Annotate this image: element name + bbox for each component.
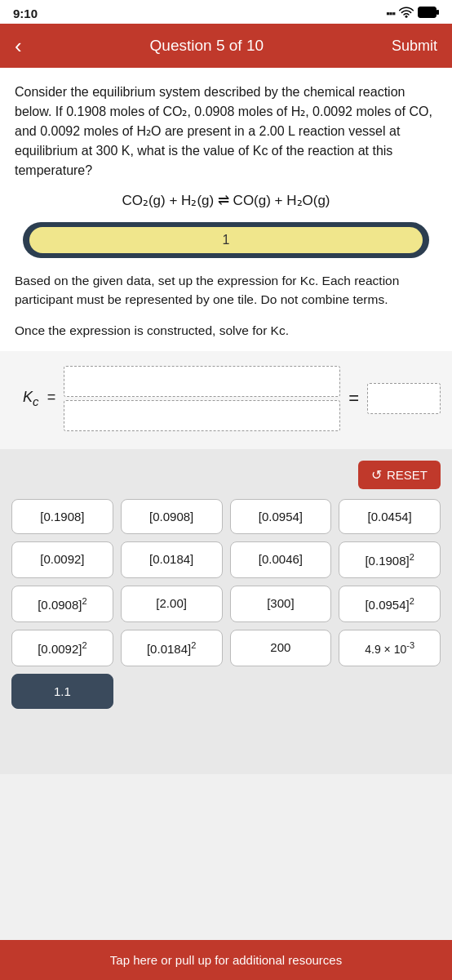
kc-equals-sign: = bbox=[348, 388, 359, 409]
signal-icon: ▪▪▪ bbox=[386, 7, 395, 20]
tile-00092-sq[interactable]: [0.0092]2 bbox=[11, 630, 113, 666]
kc-expression-section: Kc = = bbox=[0, 351, 452, 449]
instruction-1: Based on the given data, set up the expr… bbox=[15, 271, 437, 310]
svg-rect-1 bbox=[436, 10, 439, 15]
kc-label: Kc = bbox=[11, 389, 55, 408]
tile-00092[interactable]: [0.0092] bbox=[11, 541, 113, 578]
main-content: Consider the equilibrium system describe… bbox=[0, 68, 452, 449]
reset-row: ↺ RESET bbox=[11, 461, 441, 489]
bottom-bar[interactable]: Tap here or pull up for additional resou… bbox=[0, 940, 452, 980]
battery-icon bbox=[418, 7, 439, 20]
tile-00908[interactable]: [0.0908] bbox=[121, 499, 223, 534]
reset-label: RESET bbox=[387, 468, 428, 482]
tile-00046[interactable]: [0.0046] bbox=[230, 541, 332, 578]
reset-icon: ↺ bbox=[371, 467, 382, 483]
tile-plain-200[interactable]: 200 bbox=[230, 630, 332, 666]
status-bar: 9:10 ▪▪▪ bbox=[0, 0, 452, 24]
tile-01908-sq[interactable]: [0.1908]2 bbox=[339, 541, 441, 578]
tile-00954[interactable]: [0.0954] bbox=[230, 499, 332, 534]
tile-4-9e-3[interactable]: 4.9 × 10-3 bbox=[339, 630, 441, 666]
wifi-icon bbox=[399, 7, 414, 20]
chemical-equation: CO₂(g) + H₂(g) ⇌ CO(g) + H₂O(g) bbox=[15, 192, 437, 209]
question-text: Consider the equilibrium system describe… bbox=[15, 82, 437, 180]
tile-00954-sq[interactable]: [0.0954]2 bbox=[339, 586, 441, 622]
tile-200[interactable]: [2.00] bbox=[121, 586, 223, 622]
kc-denominator-box[interactable] bbox=[64, 400, 340, 431]
kc-fraction[interactable] bbox=[64, 366, 340, 431]
tile-300[interactable]: [300] bbox=[230, 586, 332, 622]
kc-result-box[interactable] bbox=[367, 383, 441, 414]
question-progress: Question 5 of 10 bbox=[150, 37, 264, 55]
back-button[interactable]: ‹ bbox=[15, 35, 22, 56]
kc-numerator-box[interactable] bbox=[64, 366, 340, 397]
slider-pill: 1 bbox=[29, 227, 423, 253]
tile-00908-sq[interactable]: [0.0908]2 bbox=[11, 586, 113, 622]
header: ‹ Question 5 of 10 Submit bbox=[0, 24, 452, 68]
reset-button[interactable]: ↺ RESET bbox=[358, 461, 441, 489]
slider-value: 1 bbox=[223, 233, 230, 247]
tile-1-1[interactable]: 1.1 bbox=[11, 674, 113, 709]
tiles-section: ↺ RESET [0.1908] [0.0908] [0.0954] [0.04… bbox=[0, 449, 452, 725]
tile-00454[interactable]: [0.0454] bbox=[339, 499, 441, 534]
status-icons: ▪▪▪ bbox=[386, 7, 439, 20]
instruction-2: Once the expression is constructed, solv… bbox=[15, 321, 437, 340]
submit-button[interactable]: Submit bbox=[392, 38, 437, 55]
tile-00184[interactable]: [0.0184] bbox=[121, 541, 223, 578]
status-time: 9:10 bbox=[13, 7, 38, 20]
svg-rect-0 bbox=[419, 7, 436, 18]
bottom-bar-label: Tap here or pull up for additional resou… bbox=[110, 953, 342, 967]
slider-container[interactable]: 1 bbox=[23, 222, 429, 258]
tile-00184-sq[interactable]: [0.0184]2 bbox=[121, 630, 223, 666]
tile-01908[interactable]: [0.1908] bbox=[11, 499, 113, 534]
tiles-grid: [0.1908] [0.0908] [0.0954] [0.0454] [0.0… bbox=[11, 499, 441, 709]
